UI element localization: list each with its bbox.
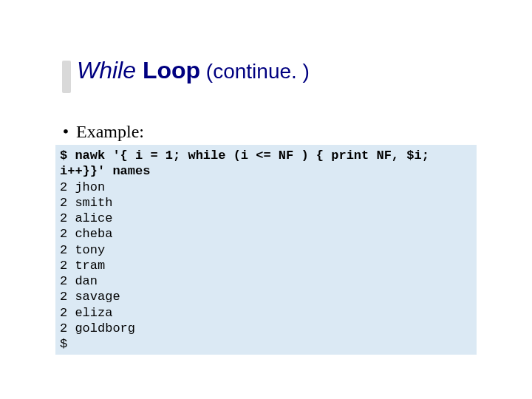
bullet-label: Example: [76, 122, 144, 141]
code-box: $ nawk '{ i = 1; while (i <= NF ) { prin… [55, 145, 477, 355]
slide-title: While Loop (continue. ) [77, 58, 310, 83]
bullet-dot-icon: • [55, 122, 76, 142]
slide: While Loop (continue. ) •Example: $ nawk… [0, 0, 532, 399]
code-command: $ nawk '{ i = 1; while (i <= NF ) { prin… [60, 149, 437, 178]
bullet-example: •Example: [55, 122, 144, 142]
title-italic: While [77, 57, 136, 83]
title-bold: Loop [136, 57, 200, 83]
code-output: 2 jhon 2 smith 2 alice 2 cheba 2 tony 2 … [60, 180, 135, 352]
title-tail: (continue. ) [200, 60, 310, 83]
code-content: $ nawk '{ i = 1; while (i <= NF ) { prin… [60, 148, 472, 352]
title-accent-bar [62, 61, 71, 93]
